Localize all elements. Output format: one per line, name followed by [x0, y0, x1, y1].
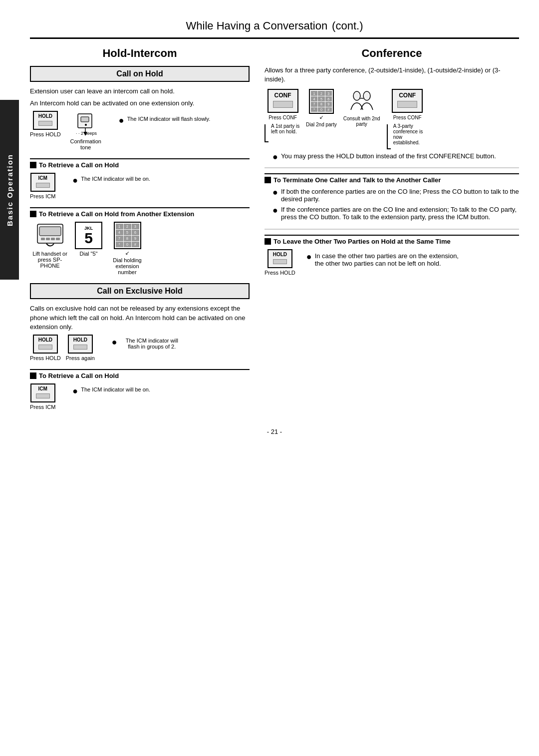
retrieve-call-section: To Retrieve a Call on Hold ICM Press ICM… — [30, 158, 250, 199]
icm-button-item: ICM Press ICM — [30, 173, 55, 199]
hold-indicator2 — [38, 345, 52, 350]
retrieve-call-title: To Retrieve a Call on Hold — [30, 158, 250, 169]
two-col-layout: Hold-Intercom Call on Hold Extension use… — [30, 47, 519, 418]
hold-button4: HOLD — [268, 249, 292, 268]
consult-phone-icon — [347, 89, 377, 114]
key-2: 2 — [124, 224, 131, 229]
right-column: Conference Allows for a three party conf… — [265, 47, 519, 418]
left-column: Hold-Intercom Call on Hold Extension use… — [30, 47, 250, 418]
svg-rect-8 — [41, 238, 45, 240]
ckey-3: 3 — [325, 91, 332, 96]
conf-step4: CONF Press CONF A 3-party conference is … — [387, 89, 428, 149]
conf-rect1 — [273, 101, 293, 108]
ckey-8: 8 — [318, 102, 324, 107]
terminate-bullet2-text: If the conference parties are on the CO … — [281, 206, 519, 221]
icm-button: ICM — [30, 173, 55, 192]
svg-rect-1 — [81, 117, 89, 122]
svg-rect-9 — [46, 238, 50, 240]
icm-button-item2: ICM Press ICM — [30, 383, 55, 410]
exclusive-hold-section: Calls on exclusive hold can not be relea… — [30, 304, 250, 361]
conf-keypad: 1 2 3 4 5 6 7 8 9 * 0 # — [309, 89, 334, 114]
hold-indicator — [38, 121, 52, 126]
call-on-hold-body1: Extension user can leave an intercom cal… — [30, 87, 250, 96]
bullet-dot2: ● — [72, 176, 78, 185]
svg-rect-11 — [56, 238, 60, 240]
ckey-2: 2 — [318, 91, 324, 96]
step1-label: Press CONF — [269, 115, 297, 120]
bullet-dot3: ● — [112, 338, 117, 350]
hold-button-item: HOLD Press HOLD — [30, 111, 61, 137]
press-icm-caption: Press ICM — [30, 193, 55, 199]
ckey-4: 4 — [311, 96, 317, 101]
sq-icon5 — [265, 238, 271, 245]
leave-hold-caption: Press HOLD — [265, 270, 295, 276]
key-1: 1 — [116, 224, 123, 229]
bullet-dot5: ● — [272, 152, 278, 161]
key-3: 3 — [132, 224, 139, 229]
ckey-5: 5 — [318, 96, 324, 101]
hold-indicator4 — [273, 259, 287, 264]
sq-icon4 — [265, 177, 271, 183]
bullet-dot7: ● — [272, 206, 278, 221]
step2-label: Dial 2nd party — [306, 122, 337, 127]
hold-button-label: HOLD — [38, 113, 52, 119]
retrieve-another-title: To Retrieve a Call on Hold from Another … — [30, 207, 250, 218]
hold-indicator3 — [73, 345, 87, 350]
retrieve-title2-text: To Retrieve a Call on Hold — [39, 372, 119, 379]
hold-press-diagram: HOLD Press HOLD · · 2 beeps — [30, 111, 250, 150]
page-number: - 21 - — [30, 428, 519, 435]
retrieve-icm-text: The ICM indicator will be on. — [81, 176, 150, 185]
hold-intercom-title: Hold-Intercom — [30, 47, 250, 60]
retrieve-icm-bullet: ● The ICM indicator will be on. — [72, 176, 150, 185]
retrieve-another-text: To Retrieve a Call on Hold from Another … — [39, 210, 194, 218]
terminate-bullet1-text: If both the conference parties are on th… — [281, 188, 519, 203]
terminate-title-text: To Terminate One Caller and Talk to the … — [273, 176, 441, 184]
retrieve-call-section2: To Retrieve a Call on Hold ICM Press ICM… — [30, 369, 250, 410]
ckey-1: 1 — [311, 91, 317, 96]
press-icm2-caption: Press ICM — [30, 404, 55, 410]
retrieve-call-title2: To Retrieve a Call on Hold — [30, 369, 250, 379]
conf-body: Allows for a three party conference, (2-… — [265, 66, 519, 84]
bullet-dot6: ● — [272, 188, 278, 203]
icm-label: ICM — [38, 175, 47, 181]
conference-title: Conference — [265, 47, 519, 60]
dial5-num: 5 — [84, 231, 93, 246]
page-container: Basic Operation While Having a Conversat… — [0, 0, 539, 455]
ckey-9: 9 — [325, 102, 332, 107]
conf-4-steps: CONF Press CONF A 1st party is left on h… — [265, 89, 519, 149]
key-4: 4 — [116, 230, 123, 235]
handset-svg — [36, 222, 64, 249]
terminate-bullet2: ● If the conference parties are on the C… — [272, 206, 519, 221]
conf-step1: CONF Press CONF A 1st party is left on h… — [265, 89, 301, 142]
beeps-item: · · 2 beeps Confirmation tone — [66, 113, 106, 150]
ckey-7: 7 — [311, 102, 317, 107]
dial5-button: JKL 5 — [75, 222, 102, 249]
bracket2-text: A 3-party conference is now established. — [393, 123, 428, 149]
conf-button2: CONF — [392, 89, 423, 113]
icm-indicator — [36, 183, 50, 188]
sq-icon — [30, 162, 36, 168]
icm-button2: ICM — [30, 383, 55, 402]
svg-rect-7 — [39, 227, 61, 236]
terminate-title: To Terminate One Caller and Talk to the … — [265, 173, 519, 184]
press-again-caption: Press again — [66, 355, 95, 361]
hold-instead-bullet: ● You may press the HOLD button instead … — [272, 152, 519, 161]
exclusive-bullet: ● The ICM indicator will flash in groups… — [112, 338, 184, 350]
icm-indicator2 — [36, 393, 50, 398]
step3-label: Consult with 2nd party — [342, 116, 382, 127]
hold-label4: HOLD — [273, 252, 287, 257]
conf-label2: CONF — [399, 92, 416, 99]
keypad-icon: 1 2 3 4 5 6 7 8 9 * 0 # — [114, 222, 141, 249]
icm-bullet-item: ● The ICM indicator will flash slowly. — [119, 116, 211, 125]
ckey-hash: # — [325, 107, 332, 112]
exclusive-bullet-text: The ICM indicator will flash in groups o… — [120, 338, 184, 350]
page-title-suffix: (cont.) — [332, 19, 363, 32]
icm-bullet-text: The ICM indicator will flash slowly. — [127, 116, 211, 125]
step4-label: Press CONF — [393, 115, 422, 120]
exclusive-hold-diagram: HOLD Press HOLD HOLD Press again — [30, 335, 250, 361]
exclusive-body: Calls on exclusive hold can not be relea… — [30, 304, 250, 332]
svg-point-2 — [85, 124, 87, 126]
hold-press2-item: HOLD Press again — [66, 335, 95, 361]
confirmation-tone-caption: Confirmation tone — [66, 138, 106, 150]
hold-label2: HOLD — [38, 337, 52, 343]
